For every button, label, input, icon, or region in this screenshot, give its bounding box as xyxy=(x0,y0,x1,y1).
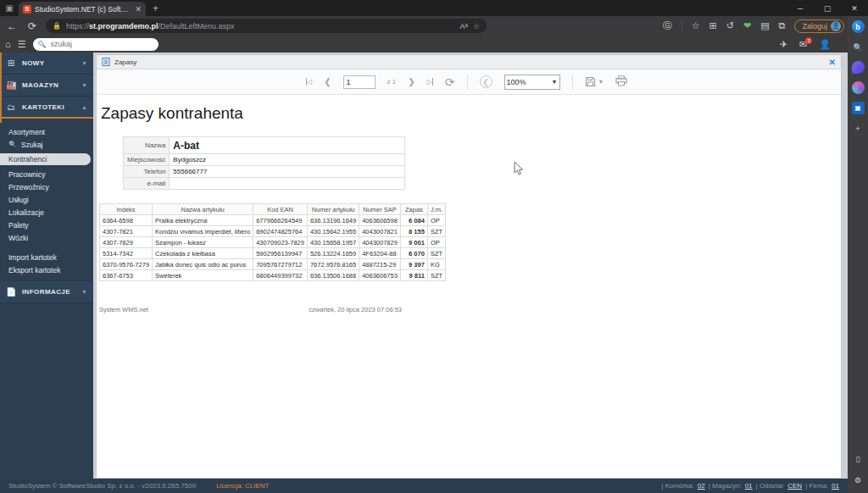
drillback-button[interactable]: ❮ xyxy=(480,75,492,88)
app-search[interactable]: 🔍 xyxy=(33,38,159,51)
save-export-button[interactable]: ▼ xyxy=(585,76,604,87)
cell-jm: SZT xyxy=(427,270,445,281)
history-icon[interactable]: ↺ xyxy=(726,20,734,31)
group-label: NOWY xyxy=(22,59,75,67)
panel-header[interactable]: Zapasy ✕ xyxy=(97,55,841,69)
sidebar-item-wozki[interactable]: Wózki xyxy=(0,231,93,244)
status-label: | Magazyn: xyxy=(709,482,742,490)
url-field[interactable]: 🔒 https://st.programdemo.pl/DefaultLeftM… xyxy=(46,19,487,33)
zoom-select[interactable]: 100% ▼ xyxy=(504,75,560,90)
sidebar-submenu: Asortyment 🔍Szukaj Kontrahenci Pracownic… xyxy=(0,119,93,281)
panel-close-icon[interactable]: ✕ xyxy=(829,58,836,67)
search-input[interactable] xyxy=(51,40,136,48)
mail-icon[interactable]: ✉3 xyxy=(799,39,807,50)
cell-indeks: 4307-7829 xyxy=(100,237,153,248)
sidebar-item-przewoznicy[interactable]: Przewoźnicy xyxy=(0,180,93,193)
cell-ean: 430709023-7829 xyxy=(253,237,308,248)
close-button[interactable]: ✕ xyxy=(841,0,868,16)
status-komorka-link[interactable]: 02 xyxy=(698,482,705,490)
contractor-info-table: NazwaA-bat MiejscowośćBydgoszcz Telefon5… xyxy=(123,136,405,190)
wallet-icon[interactable]: ▤ xyxy=(760,20,769,31)
collections-icon[interactable]: ⊞ xyxy=(709,20,717,31)
tab-title: StudioSystem.NET (c) SoftwareSt xyxy=(35,5,131,14)
zoom-value: 100% xyxy=(507,78,526,86)
sidebar-group-informacje[interactable]: 📄 INFORMACJE ▼ xyxy=(0,281,93,303)
browser-tab[interactable]: S StudioSystem.NET (c) SoftwareSt ✕ xyxy=(19,2,146,16)
cell-nazwa: Kondziu vivamus imperdiet, libero xyxy=(153,226,253,237)
table-row: 4307-7829 Szampon - łukasz 430709023-782… xyxy=(100,237,446,248)
sidebar-item-palety[interactable]: Palety xyxy=(0,219,93,231)
print-button[interactable] xyxy=(615,75,627,90)
chevron-up-icon: ▲ xyxy=(81,104,87,110)
mail-badge: 3 xyxy=(805,37,812,44)
home-icon[interactable]: ⌂ xyxy=(5,39,11,49)
report-toolbar: ◁ ❮ z 1 ❯ ▷ ⟳ ❮ 100% ▼ ▼ xyxy=(97,69,841,95)
status-magazyn-link[interactable]: 01 xyxy=(745,482,753,490)
chevron-down-icon: ▼ xyxy=(81,60,87,66)
info-label: Telefon xyxy=(124,166,170,178)
refresh-report-button[interactable]: ⟳ xyxy=(445,76,455,88)
maximize-button[interactable]: ▢ xyxy=(814,0,841,16)
settings-gear-icon[interactable]: ⚙ xyxy=(852,474,865,486)
sidebar-item-asortyment[interactable]: Asortyment xyxy=(0,125,93,138)
sidebar-item-szukaj[interactable]: 🔍Szukaj xyxy=(0,138,93,151)
report-icon xyxy=(102,58,110,66)
tab-close-icon[interactable]: ✕ xyxy=(135,5,142,14)
plus-square-icon: ⊞ xyxy=(6,58,16,68)
column-header: Indeks xyxy=(100,204,153,215)
extension-icon[interactable]: Ⓖ xyxy=(663,19,672,32)
workspaces-icon[interactable]: ⧉ xyxy=(779,20,786,31)
sidebar-item-kontrahenci[interactable]: Kontrahenci xyxy=(0,153,91,165)
favorite-star-icon[interactable]: ☆ xyxy=(473,22,480,30)
minimize-button[interactable]: ─ xyxy=(787,0,814,16)
login-button[interactable]: Zaloguj 👤 xyxy=(794,19,844,33)
sidebar-item-import-kartotek[interactable]: Import kartotek xyxy=(0,251,93,263)
copilot-icon[interactable]: b xyxy=(852,20,865,33)
sidebar-item-eksport-kartotek[interactable]: Eksport kartotek xyxy=(0,263,93,276)
panel-title: Zapasy xyxy=(114,58,825,66)
read-aloud-icon[interactable]: Aᵃ xyxy=(460,22,468,30)
designer-icon[interactable] xyxy=(852,61,865,74)
app-topbar: ⌂ ☰ 🔍 ✈ ✉3 👤 xyxy=(0,36,848,53)
send-icon[interactable]: ✈ xyxy=(780,39,787,50)
sidebar-item-uslugi[interactable]: Usługi xyxy=(0,193,93,206)
page-number-input[interactable] xyxy=(343,75,376,89)
tab-actions-icon[interactable]: ▣ xyxy=(0,3,19,13)
status-firma-link[interactable]: 01 xyxy=(832,482,839,490)
m365-icon[interactable]: ▣ xyxy=(852,102,865,114)
submenu-gap xyxy=(0,244,93,251)
chevron-down-icon: ▼ xyxy=(598,79,604,85)
sidebar-item-lokalizacje[interactable]: Lokalizacje xyxy=(0,206,93,219)
add-sidebar-icon[interactable]: + xyxy=(852,122,865,135)
sidebar-item-pracownicy[interactable]: Pracownicy xyxy=(0,168,93,180)
sidebar-group-nowy[interactable]: ⊞ NOWY ▼ xyxy=(0,53,93,75)
info-value: A-bat xyxy=(170,137,405,154)
first-page-button[interactable]: ◁ xyxy=(306,78,312,86)
user-icon[interactable]: 👤 xyxy=(819,39,831,50)
status-bar: StudioSystem © SoftwareStudio Sp. z o.o.… xyxy=(0,479,848,493)
cell-numer-sap: 4063606753 xyxy=(359,270,401,281)
group-label: MAGAZYN xyxy=(22,81,75,89)
refresh-icon[interactable]: ⟳ xyxy=(25,20,39,32)
table-header-row: IndeksNazwa artykułuKod EANNumer artykuł… xyxy=(100,204,446,215)
customize-sidebar-icon[interactable]: ▯ xyxy=(852,452,865,465)
report-footer-system: System WMS.net xyxy=(99,306,148,313)
cell-numer-artykulu: 636.13196.1649 xyxy=(307,215,359,226)
prev-page-button[interactable]: ❮ xyxy=(324,77,331,86)
games-icon[interactable] xyxy=(852,81,865,94)
sidebar-group-kartoteki[interactable]: 🗂 KARTOTEKI ▲ xyxy=(0,97,93,119)
next-page-button[interactable]: ❯ xyxy=(408,77,415,86)
favorites-icon[interactable]: ☆ xyxy=(692,20,700,31)
sidebar-search-icon[interactable]: 🔍 xyxy=(852,41,865,53)
table-row: 6364-6598 Pralka elektryczna 67796662645… xyxy=(100,215,446,226)
cell-ean: 5902956139947 xyxy=(253,248,308,259)
status-oddzial-link[interactable]: CEN xyxy=(787,482,802,490)
menu-list-icon[interactable]: ☰ xyxy=(18,39,26,50)
sidebar-group-magazyn[interactable]: 🏭 MAGAZYN ▼ xyxy=(0,75,93,97)
back-icon[interactable]: ← xyxy=(5,20,19,32)
version-text: StudioSystem © SoftwareStudio Sp. z o.o.… xyxy=(8,482,196,490)
last-page-button[interactable]: ▷ xyxy=(427,78,433,86)
document-icon: 📄 xyxy=(6,287,16,296)
browser-essentials-icon[interactable]: ❤ xyxy=(743,20,751,31)
new-tab-button[interactable]: + xyxy=(153,3,159,14)
